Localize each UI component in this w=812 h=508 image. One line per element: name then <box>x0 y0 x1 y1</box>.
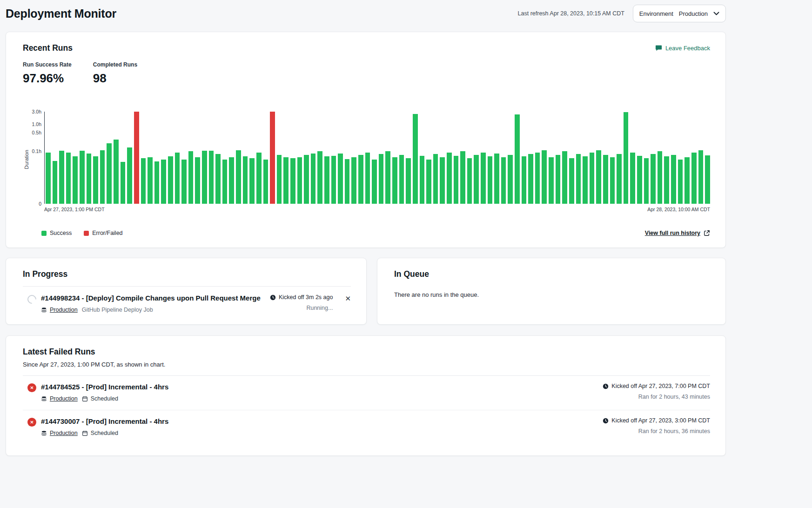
environment-link[interactable]: Production <box>50 430 78 436</box>
chart-bar-success-run[interactable] <box>93 156 98 204</box>
chart-bar-success-run[interactable] <box>277 155 282 204</box>
chart-bar-success-run[interactable] <box>576 154 581 204</box>
chart-bar-success-run[interactable] <box>603 155 608 204</box>
chart-bar-success-run[interactable] <box>556 155 561 204</box>
chart-bar-success-run[interactable] <box>324 156 329 204</box>
chart-bar-success-run[interactable] <box>658 151 663 204</box>
chart-bar-success-run[interactable] <box>121 162 126 204</box>
chart-bar-success-run[interactable] <box>583 156 588 204</box>
chart-bar-success-run[interactable] <box>413 114 418 204</box>
chart-bar-success-run[interactable] <box>481 153 486 204</box>
chart-bar-success-run[interactable] <box>705 155 710 204</box>
chart-bar-success-run[interactable] <box>236 150 241 204</box>
chart-bar-success-run[interactable] <box>80 151 85 204</box>
chart-bar-success-run[interactable] <box>195 157 200 204</box>
run-title[interactable]: #144784525 - [Prod] Incremental - 4hrs <box>41 383 603 391</box>
chart-bar-success-run[interactable] <box>304 155 309 204</box>
chart-bar-success-run[interactable] <box>460 151 465 204</box>
chart-bar-success-run[interactable] <box>379 154 384 204</box>
chart-bar-success-run[interactable] <box>399 155 404 204</box>
chart-bar-success-run[interactable] <box>528 154 533 204</box>
chart-bar-success-run[interactable] <box>249 158 255 204</box>
environment-link[interactable]: Production <box>50 395 78 402</box>
chart-bar-success-run[interactable] <box>202 151 207 204</box>
chart-bar-success-run[interactable] <box>624 112 629 204</box>
chart-bar-success-run[interactable] <box>100 150 105 204</box>
chart-bar-success-run[interactable] <box>351 157 356 204</box>
chart-bar-success-run[interactable] <box>420 156 425 204</box>
run-title[interactable]: #144998234 - [Deploy] Compile Changes up… <box>41 294 270 302</box>
chart-bar-success-run[interactable] <box>66 153 71 204</box>
chart-bar-success-run[interactable] <box>222 160 228 204</box>
chart-bar-success-run[interactable] <box>181 160 187 204</box>
view-full-run-history-link[interactable]: View full run history <box>645 230 710 236</box>
chart-bar-success-run[interactable] <box>610 157 615 204</box>
chart-bar-success-run[interactable] <box>215 154 221 204</box>
run-title[interactable]: #144730007 - [Prod] Incremental - 4hrs <box>41 417 603 425</box>
chart-bar-success-run[interactable] <box>87 154 92 204</box>
chart-bar-success-run[interactable] <box>637 156 642 204</box>
chart-bar-success-run[interactable] <box>569 158 574 204</box>
chart-bar-success-run[interactable] <box>664 156 669 204</box>
chart-bar-success-run[interactable] <box>678 160 683 204</box>
chart-bar-success-run[interactable] <box>127 147 132 204</box>
chart-bar-success-run[interactable] <box>317 151 322 204</box>
chart-bar-success-run[interactable] <box>290 158 295 204</box>
environment-dropdown[interactable]: Environment Production <box>633 5 726 22</box>
chart-bar-success-run[interactable] <box>426 160 431 204</box>
chart-bar-success-run[interactable] <box>365 153 370 204</box>
chart-bar-success-run[interactable] <box>433 154 438 204</box>
chart-bar-success-run[interactable] <box>338 154 343 204</box>
chart-bar-success-run[interactable] <box>549 157 554 204</box>
chart-bar-success-run[interactable] <box>229 157 234 204</box>
chart-bar-success-run[interactable] <box>474 155 479 204</box>
chart-bar-success-run[interactable] <box>372 160 377 204</box>
chart-bar-success-run[interactable] <box>263 160 268 204</box>
chart-bar-success-run[interactable] <box>358 155 363 204</box>
chart-bar-success-run[interactable] <box>283 157 289 204</box>
chart-bar-success-run[interactable] <box>440 157 445 204</box>
chart-bar-success-run[interactable] <box>515 114 520 204</box>
chart-bar-success-run[interactable] <box>447 153 452 204</box>
chart-bar-success-run[interactable] <box>684 157 690 204</box>
environment-link[interactable]: Production <box>50 307 78 313</box>
chart-bar-failed-run[interactable] <box>270 112 275 204</box>
chart-bar-success-run[interactable] <box>562 151 567 204</box>
chart-bar-success-run[interactable] <box>53 161 58 204</box>
chart-bar-success-run[interactable] <box>243 156 248 204</box>
chart-bar-success-run[interactable] <box>494 154 499 204</box>
chart-bar-success-run[interactable] <box>630 153 635 204</box>
close-icon[interactable]: ✕ <box>345 294 351 303</box>
chart-bar-success-run[interactable] <box>392 157 397 204</box>
chart-bar-success-run[interactable] <box>148 157 153 204</box>
chart-bar-success-run[interactable] <box>209 151 214 204</box>
leave-feedback-link[interactable]: Leave Feedback <box>655 45 710 52</box>
chart-bar-success-run[interactable] <box>691 153 697 204</box>
chart-bar-success-run[interactable] <box>617 154 622 204</box>
chart-bar-success-run[interactable] <box>175 153 180 204</box>
chart-bar-success-run[interactable] <box>345 159 350 204</box>
chart-bar-success-run[interactable] <box>501 157 506 204</box>
chart-bar-success-run[interactable] <box>406 158 411 204</box>
chart-bar-success-run[interactable] <box>188 151 194 204</box>
chart-bar-success-run[interactable] <box>590 153 595 204</box>
chart-bar-success-run[interactable] <box>154 161 160 204</box>
chart-bar-success-run[interactable] <box>114 140 119 204</box>
chart-bar-success-run[interactable] <box>59 151 64 204</box>
chart-bar-success-run[interactable] <box>331 156 336 204</box>
chart-bar-success-run[interactable] <box>297 157 302 204</box>
chart-bar-failed-run[interactable] <box>134 112 139 204</box>
chart-bar-success-run[interactable] <box>256 153 262 204</box>
chart-bar-success-run[interactable] <box>385 151 390 204</box>
chart-bar-success-run[interactable] <box>488 156 493 204</box>
chart-bar-success-run[interactable] <box>467 158 472 204</box>
chart-bar-success-run[interactable] <box>508 155 513 204</box>
chart-bar-success-run[interactable] <box>107 143 112 204</box>
chart-bar-success-run[interactable] <box>168 156 173 204</box>
chart-bar-success-run[interactable] <box>73 156 78 204</box>
chart-bar-success-run[interactable] <box>141 158 146 204</box>
chart-bar-success-run[interactable] <box>671 155 676 204</box>
chart-bar-success-run[interactable] <box>46 153 51 204</box>
chart-bar-success-run[interactable] <box>311 154 316 204</box>
chart-bar-success-run[interactable] <box>644 158 649 204</box>
